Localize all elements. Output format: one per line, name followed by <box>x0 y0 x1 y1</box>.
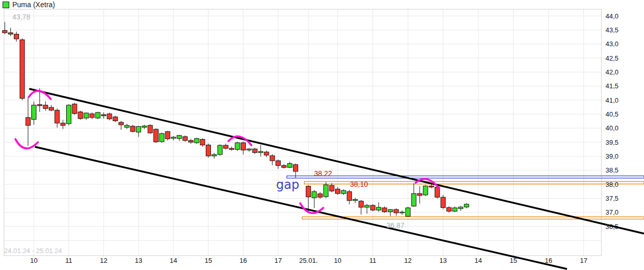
candle-25.01.24-10:40[interactable] <box>359 201 363 207</box>
previous-close-band <box>287 176 644 178</box>
candle-24.01.24-13:40[interactable] <box>160 133 164 142</box>
candle-24.01.24-11:10[interactable] <box>72 104 77 114</box>
candle-24.01.24-14:50[interactable] <box>200 140 205 145</box>
candle-25.01.24-13:40[interactable] <box>464 204 469 207</box>
candle-24.01.24-09:50[interactable] <box>26 118 30 125</box>
y-axis-label: 40,5 <box>606 110 618 118</box>
candle-25.01.24-11:10[interactable] <box>376 207 381 210</box>
candle-24.01.24-09:30[interactable] <box>14 34 19 39</box>
candle-24.01.24-17:10[interactable] <box>282 165 286 167</box>
x-axis-label-day-separator: 25.01. <box>299 257 318 264</box>
candle-25.01.24-12:20[interactable] <box>417 194 422 196</box>
candle-24.01.24-16:50[interactable] <box>270 156 275 161</box>
candle-24.01.24-16:10[interactable] <box>247 149 251 150</box>
candle-24.01.24-12:50[interactable] <box>130 126 135 131</box>
candle-24.01.24-14:00[interactable] <box>171 137 176 138</box>
candle-25.01.24-12:40[interactable] <box>429 186 434 187</box>
candle-25.01.24-13:00[interactable] <box>441 197 445 207</box>
support-price-label: 36,87 <box>386 221 404 229</box>
candle-24.01.24-13:50[interactable] <box>165 131 170 139</box>
candle-24.01.24-16:20[interactable] <box>252 149 257 152</box>
candle-24.01.24-16:40[interactable] <box>264 152 269 155</box>
candle-24.01.24-12:10[interactable] <box>107 114 112 119</box>
candle-24.01.24-12:20[interactable] <box>113 117 118 121</box>
candle-24.01.24-10:10[interactable] <box>37 105 42 106</box>
candle-25.01.24-09:40[interactable] <box>324 185 328 197</box>
candle-25.01.24-11:40[interactable] <box>394 209 399 213</box>
day2-morning-low-arc <box>300 203 323 213</box>
y-axis-label: 41,5 <box>606 82 618 90</box>
candle-25.01.24-10:10[interactable] <box>341 190 346 194</box>
candlestick-chart[interactable] <box>0 0 644 270</box>
candle-24.01.24-14:40[interactable] <box>194 139 199 143</box>
x-axis-label-day1: 14 <box>170 257 177 264</box>
candle-24.01.24-11:50[interactable] <box>95 112 100 118</box>
candle-24.01.24-15:00[interactable] <box>206 145 211 156</box>
candle-24.01.24-17:30[interactable] <box>294 165 298 171</box>
candle-24.01.24-11:00[interactable] <box>67 105 71 124</box>
lower-channel-line <box>35 147 567 269</box>
candle-24.01.24-13:30[interactable] <box>154 129 159 142</box>
candle-24.01.24-12:40[interactable] <box>125 125 129 127</box>
candle-24.01.24-16:30[interactable] <box>259 151 263 152</box>
candle-24.01.24-09:40[interactable] <box>20 40 25 98</box>
candle-24.01.24-10:40[interactable] <box>55 110 60 123</box>
date-range-label: 24.01.24 - 25.01.24 <box>4 247 62 255</box>
candle-24.01.24-10:00[interactable] <box>32 105 36 120</box>
candle-24.01.24-09:10[interactable] <box>3 30 7 32</box>
x-axis-label-day1: 11 <box>65 257 72 264</box>
candle-24.01.24-14:30[interactable] <box>189 141 193 142</box>
candle-24.01.24-10:30[interactable] <box>49 107 54 110</box>
candle-25.01.24-11:30[interactable] <box>388 209 393 211</box>
candle-25.01.24-13:20[interactable] <box>453 208 457 211</box>
candle-24.01.24-17:00[interactable] <box>276 161 281 165</box>
candle-25.01.24-10:00[interactable] <box>336 189 340 194</box>
candle-25.01.24-11:00[interactable] <box>370 205 375 210</box>
candle-24.01.24-12:00[interactable] <box>102 114 106 115</box>
candle-25.01.24-10:20[interactable] <box>347 191 352 200</box>
candle-25.01.24-12:10[interactable] <box>412 194 416 206</box>
candle-25.01.24-10:30[interactable] <box>353 200 358 201</box>
candle-24.01.24-11:20[interactable] <box>78 112 83 119</box>
y-axis-label: 43,5 <box>606 26 618 34</box>
candle-24.01.24-13:00[interactable] <box>136 126 141 132</box>
candle-24.01.24-11:40[interactable] <box>90 114 94 118</box>
candle-24.01.24-14:10[interactable] <box>177 136 182 139</box>
legend: Puma (Xetra) <box>3 1 55 9</box>
candle-24.01.24-15:10[interactable] <box>212 155 217 156</box>
open-high-price-label: 43,78 <box>12 13 30 21</box>
y-axis-label: 38,5 <box>606 166 618 174</box>
resistance-price-label: 38,10 <box>350 180 368 188</box>
candle-24.01.24-15:20[interactable] <box>218 145 222 155</box>
candle-25.01.24-12:30[interactable] <box>423 186 428 195</box>
candle-25.01.24-11:50[interactable] <box>400 212 404 213</box>
candle-24.01.24-10:50[interactable] <box>61 123 65 125</box>
candle-24.01.24-12:30[interactable] <box>119 122 124 125</box>
candle-24.01.24-10:20[interactable] <box>43 105 48 109</box>
chart-window: Puma (Xetra) 43,78 38.22 38,10 36,87 gap… <box>0 0 644 270</box>
y-axis-label: 43,0 <box>606 40 618 48</box>
candle-24.01.24-13:20[interactable] <box>148 125 152 133</box>
candle-25.01.24-13:30[interactable] <box>458 207 463 208</box>
candle-24.01.24-09:20[interactable] <box>8 33 13 34</box>
candle-24.01.24-13:10[interactable] <box>142 126 147 127</box>
candle-25.01.24-09:50[interactable] <box>329 185 334 191</box>
candle-25.01.24-09:10[interactable] <box>306 186 310 197</box>
x-axis-label-day1: 15 <box>205 257 212 264</box>
candle-24.01.24-15:50[interactable] <box>235 143 240 149</box>
candle-25.01.24-12:00[interactable] <box>406 208 411 216</box>
y-axis-label: 41,0 <box>606 97 618 104</box>
candle-24.01.24-15:30[interactable] <box>224 145 228 148</box>
candle-25.01.24-09:20[interactable] <box>312 191 317 198</box>
candle-25.01.24-09:30[interactable] <box>318 194 322 198</box>
candle-25.01.24-11:20[interactable] <box>382 208 387 212</box>
candle-25.01.24-10:50[interactable] <box>365 205 369 207</box>
candle-24.01.24-14:20[interactable] <box>183 137 187 141</box>
candle-25.01.24-13:10[interactable] <box>446 207 451 211</box>
candle-24.01.24-11:30[interactable] <box>84 113 89 118</box>
y-axis-label: 37,0 <box>606 208 618 216</box>
candle-24.01.24-16:00[interactable] <box>241 143 246 150</box>
candle-24.01.24-17:20[interactable] <box>287 164 292 168</box>
plot-border <box>4 9 601 256</box>
candle-24.01.24-15:40[interactable] <box>229 148 234 149</box>
